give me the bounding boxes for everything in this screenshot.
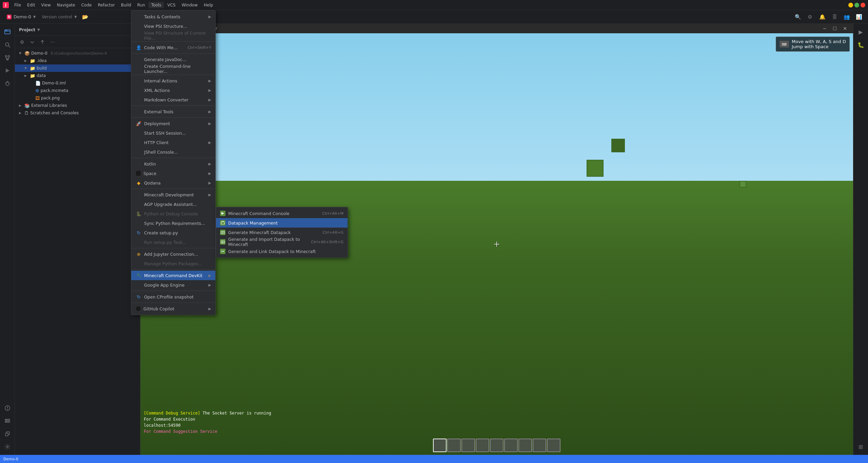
menu-code[interactable]: Code [79, 2, 95, 8]
cwm-shortcut: Ctrl+Shift+Y [188, 45, 211, 50]
sidebar-run-icon[interactable] [2, 65, 13, 76]
close-button[interactable] [861, 3, 865, 7]
menu-item-space[interactable]: Space ▶ [131, 169, 215, 178]
tree-icon-scratches: 🗒 [24, 111, 29, 116]
menu-item-javadoc[interactable]: Generate JavaDoc... [131, 55, 215, 64]
menu-item-deployment[interactable]: 🚀 Deployment ▶ [131, 119, 215, 128]
menu-window[interactable]: Window [179, 2, 200, 8]
maximize-button[interactable] [854, 3, 859, 7]
project-toolbar-collapse[interactable] [28, 38, 37, 46]
space-icon [136, 171, 141, 176]
menu-item-agp[interactable]: AGP Upgrade Assistant... [131, 199, 215, 209]
mc-block-2 [611, 139, 625, 152]
syncpy-icon [136, 220, 141, 226]
tree-item-packpng[interactable]: ▶ 🖼 pack.png [15, 94, 140, 102]
menu-item-http[interactable]: HTTP Client ▶ [131, 138, 215, 147]
menu-item-cmdline[interactable]: Create Command-line Launcher... [131, 64, 215, 74]
menu-tools[interactable]: Tools [149, 2, 164, 8]
menu-item-tasks-left: Tasks & Contexts [136, 14, 180, 19]
javadoc-icon [136, 57, 141, 62]
menu-edit[interactable]: Edit [24, 2, 38, 8]
tree-icon-idea: 📁 [30, 58, 35, 63]
sub-item-mc-console[interactable]: Minecraft Command Console Ctrl+Alt+M [216, 209, 348, 218]
notifications-button[interactable]: 🔔 [817, 12, 827, 22]
tree-item-data[interactable]: ▶ 📁 data [15, 72, 140, 79]
mc-minimize-btn[interactable]: ─ [820, 24, 829, 33]
sidebar-debug-icon[interactable] [2, 78, 13, 89]
project-toolbar-more[interactable]: ··· [48, 38, 57, 46]
menu-item-github-copilot[interactable]: GitHub Copilot ▶ [131, 304, 215, 313]
chat-line-4: For Command Suggestion Service [144, 428, 850, 435]
menu-view[interactable]: View [38, 2, 53, 8]
team-button[interactable]: 👥 [842, 12, 852, 22]
sub-item-gen-datapack[interactable]: Generate Minecraft Datapack Ctrl+Alt+G [216, 228, 348, 237]
menu-item-ssh[interactable]: Start SSH Session... [131, 128, 215, 138]
menu-item-code-with-me[interactable]: 👤 Code With Me... Ctrl+Shift+Y [131, 43, 215, 52]
analytics-button[interactable]: 📊 [854, 12, 864, 22]
mc-hotbar-slot-7 [518, 439, 532, 452]
menu-item-cp-left: ↻ Open CProfile snapshot [136, 294, 194, 300]
menu-item-md-label: Markdown Converter [144, 97, 189, 102]
menu-item-mc-dev[interactable]: Minecraft Development ▶ [131, 190, 215, 199]
menu-item-cprofile[interactable]: ↻ Open CProfile snapshot [131, 292, 215, 302]
menu-help[interactable]: Help [201, 2, 216, 8]
menu-item-external-tools[interactable]: External Tools ▶ [131, 107, 215, 116]
tree-item-build[interactable]: ▼ 📁 build [15, 64, 140, 72]
tree-item-idea[interactable]: ▶ 📁 .idea [15, 57, 140, 64]
menu-item-xml-actions[interactable]: XML Actions ▶ [131, 85, 215, 95]
menu-item-gae[interactable]: Google App Engine ▶ [131, 280, 215, 290]
dep-icon: 🚀 [136, 121, 141, 126]
mc-maximize-btn[interactable]: ☐ [830, 24, 840, 33]
sidebar-settings-icon[interactable] [2, 441, 13, 452]
menu-item-mc-devkit[interactable]: ⛏ Minecraft Command DevKit ▶ [131, 271, 215, 280]
menu-item-javadoc-label: Generate JavaDoc... [144, 57, 186, 62]
sidebar-services-icon[interactable] [2, 416, 13, 426]
menu-item-view-psi-current-label: View PSI Structure of Current File... [144, 31, 211, 41]
tree-item-iml[interactable]: ▶ 📄 Demo-0.iml [15, 79, 140, 87]
sub-item-gen-link[interactable]: Generate and Link Datapack to Minecraft [216, 247, 348, 256]
project-toolbar-cog[interactable]: ⚙ [18, 38, 26, 46]
search-everywhere-button[interactable]: 🔍 [793, 12, 803, 22]
menu-vcs[interactable]: VCS [164, 2, 178, 8]
menu-item-jupyter[interactable]: ⊕ Add Jupyter Connection... [131, 249, 215, 259]
sub-item-gen-import[interactable]: Generate and Import Datapack to Minecraf… [216, 237, 348, 247]
menu-item-sync-python[interactable]: Sync Python Requirements... [131, 218, 215, 228]
right-run-icon[interactable]: ▶ [855, 26, 866, 37]
dep-arrow: ▶ [209, 121, 211, 126]
project-selector[interactable]: D Demo-0 ▼ [4, 13, 39, 21]
project-toolbar-scroll[interactable] [38, 38, 47, 46]
sidebar-vcs-icon[interactable] [2, 52, 13, 63]
menu-item-tasks[interactable]: Tasks & Contexts ▶ [131, 12, 215, 21]
tree-path-demo0: E:\Coding\mcfunction\Demo-0 [51, 51, 107, 56]
menu-run[interactable]: Run [135, 2, 148, 8]
tree-item-mcmeta[interactable]: ▶ ⚙ pack.mcmeta [15, 87, 140, 94]
menu-item-qodana[interactable]: ◆ Qodana ▶ [131, 178, 215, 188]
menu-item-kotlin[interactable]: Kotlin ▶ [131, 159, 215, 169]
sidebar-problems-icon[interactable] [2, 403, 13, 413]
right-debug-icon[interactable]: 🐛 [855, 39, 866, 50]
menu-navigate[interactable]: Navigate [54, 2, 78, 8]
sub-item-gd-shortcut: Ctrl+Alt+G [323, 230, 343, 235]
open-folder-button[interactable]: 📂 [80, 12, 91, 22]
sidebar-project-icon[interactable] [2, 26, 13, 37]
version-control-selector[interactable]: Version control ▼ [42, 15, 77, 19]
menu-item-jshell[interactable]: JShell Console... [131, 147, 215, 157]
sidebar-plugins-icon[interactable] [2, 428, 13, 439]
tree-item-scratches[interactable]: ▶ 🗒 Scratches and Consoles [15, 109, 140, 117]
menu-item-view-psi[interactable]: View PSI Structure... [131, 21, 215, 31]
database-button[interactable]: 🗄 [829, 12, 840, 22]
mc-close-btn[interactable]: ✕ [840, 24, 850, 33]
tree-item-extlibs[interactable]: ▶ 📚 External Libraries [15, 102, 140, 109]
menu-item-internal-actions[interactable]: Internal Actions ▶ [131, 76, 215, 85]
settings-button[interactable]: ⚙ [805, 12, 815, 22]
menu-item-markdown[interactable]: Markdown Converter ▶ [131, 95, 215, 104]
right-terminal-icon[interactable]: ⊞ [855, 441, 866, 452]
sidebar-search-icon[interactable] [2, 39, 13, 50]
sub-item-datapack-mgmt[interactable]: Datapack Management [216, 218, 348, 228]
menu-build[interactable]: Build [118, 2, 134, 8]
menu-file[interactable]: File [12, 2, 24, 8]
menu-item-create-setup[interactable]: ↻ Create setup.py [131, 228, 215, 237]
minimize-button[interactable] [848, 3, 853, 7]
tree-item-demo0[interactable]: ▼ 📦 Demo-0 E:\Coding\mcfunction\Demo-0 [15, 50, 140, 57]
menu-refactor[interactable]: Refactor [95, 2, 117, 8]
